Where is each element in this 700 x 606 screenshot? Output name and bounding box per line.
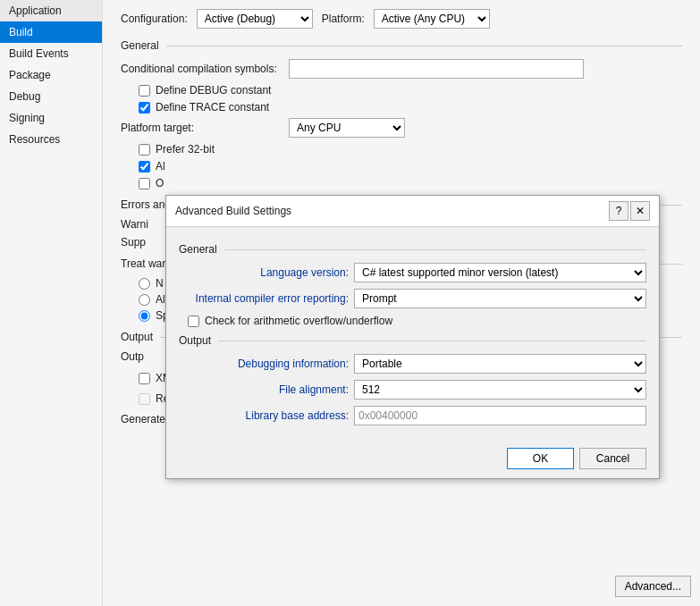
- prefer-32bit-row: Prefer 32-bit: [139, 143, 682, 156]
- conditional-symbols-input[interactable]: [289, 59, 584, 79]
- com-interop-checkbox[interactable]: [139, 393, 150, 405]
- platform-target-select[interactable]: Any CPU x86 x64: [289, 118, 405, 138]
- sidebar-item-application[interactable]: Application: [0, 0, 102, 21]
- optimize-checkbox[interactable]: [139, 178, 150, 189]
- advanced-button[interactable]: Advanced...: [615, 576, 691, 597]
- debugging-info-row: Debugging information: Portable Full Pdb…: [179, 354, 646, 374]
- sidebar-item-signing[interactable]: Signing: [0, 107, 102, 129]
- conditional-symbols-label: Conditional compilation symbols:: [121, 63, 282, 75]
- xml-doc-checkbox[interactable]: [139, 373, 150, 384]
- define-trace-row: Define TRACE constant: [139, 101, 682, 114]
- configuration-label: Configuration:: [121, 13, 188, 25]
- debugging-info-select[interactable]: Portable Full Pdb-only None: [354, 354, 646, 374]
- advanced-build-settings-modal: Advanced Build Settings ? ✕ General Lang…: [165, 195, 660, 479]
- sidebar-item-resources[interactable]: Resources: [0, 129, 102, 150]
- treat-warnings-none-radio[interactable]: [139, 278, 150, 290]
- modal-output-section-header: Output: [179, 334, 646, 347]
- platform-target-row: Platform target: Any CPU x86 x64: [121, 118, 682, 138]
- library-base-label: Library base address:: [179, 409, 349, 422]
- prefer-32bit-label: Prefer 32-bit: [156, 143, 215, 156]
- optimize-row: O: [139, 177, 407, 189]
- modal-content: General Language version: C# latest supp…: [166, 227, 659, 441]
- arithmetic-overflow-row: Check for arithmetic overflow/underflow: [188, 315, 646, 327]
- file-alignment-label: File alignment:: [179, 383, 349, 396]
- sidebar: Application Build Build Events Package D…: [0, 0, 103, 606]
- platform-select[interactable]: Active (Any CPU) Any CPU x86 x64: [374, 9, 490, 29]
- define-debug-checkbox[interactable]: [139, 85, 150, 97]
- allow-unsafe-row: Al: [139, 160, 407, 173]
- treat-warnings-all-label: Al: [156, 293, 165, 306]
- modal-general-section-header: General: [179, 243, 646, 256]
- modal-close-button[interactable]: ✕: [630, 201, 650, 221]
- sidebar-item-package[interactable]: Package: [0, 64, 102, 86]
- optimize-label: O: [156, 177, 164, 189]
- general-section-header: General: [121, 39, 682, 52]
- sidebar-item-build[interactable]: Build: [0, 21, 102, 43]
- allow-unsafe-label: Al: [156, 160, 165, 173]
- platform-target-label: Platform target:: [121, 122, 282, 134]
- prefer-32bit-checkbox[interactable]: [139, 144, 150, 156]
- configuration-select[interactable]: Active (Debug) Debug Release All Configu…: [197, 9, 313, 29]
- define-debug-row: Define DEBUG constant: [139, 84, 682, 97]
- treat-warnings-specific-radio[interactable]: [139, 310, 150, 322]
- sidebar-item-debug[interactable]: Debug: [0, 86, 102, 107]
- compiler-error-row: Internal compiler error reporting: Promp…: [179, 289, 646, 308]
- sidebar-item-build-events[interactable]: Build Events: [0, 43, 102, 64]
- modal-title: Advanced Build Settings: [175, 205, 291, 217]
- file-alignment-select[interactable]: 512 1024 2048 4096 8192: [354, 380, 646, 400]
- define-debug-label: Define DEBUG constant: [156, 84, 271, 97]
- language-version-row: Language version: C# latest supported mi…: [179, 263, 646, 282]
- modal-titlebar: Advanced Build Settings ? ✕: [166, 196, 659, 227]
- modal-ok-button[interactable]: OK: [507, 448, 574, 469]
- file-alignment-row: File alignment: 512 1024 2048 4096 8192: [179, 380, 646, 400]
- arithmetic-overflow-label: Check for arithmetic overflow/underflow: [205, 315, 392, 327]
- define-trace-checkbox[interactable]: [139, 102, 150, 114]
- modal-footer: OK Cancel: [166, 441, 659, 478]
- compiler-error-select[interactable]: Prompt Send None Queue: [354, 289, 646, 308]
- modal-cancel-button[interactable]: Cancel: [579, 448, 646, 469]
- arithmetic-overflow-checkbox[interactable]: [188, 316, 199, 327]
- language-version-select[interactable]: C# latest supported minor version (lates…: [354, 263, 646, 282]
- define-trace-label: Define TRACE constant: [156, 101, 269, 114]
- library-base-input[interactable]: [354, 406, 646, 425]
- treat-warnings-all-radio[interactable]: [139, 294, 150, 306]
- platform-label: Platform:: [322, 13, 365, 25]
- debugging-info-label: Debugging information:: [179, 358, 349, 370]
- modal-title-buttons: ? ✕: [609, 201, 650, 221]
- conditional-symbols-row: Conditional compilation symbols:: [121, 59, 682, 79]
- language-version-label: Language version:: [179, 266, 349, 279]
- compiler-error-label: Internal compiler error reporting:: [179, 292, 349, 305]
- toolbar: Configuration: Active (Debug) Debug Rele…: [121, 9, 682, 29]
- library-base-row: Library base address:: [179, 406, 646, 425]
- treat-warnings-none-label: N: [156, 277, 164, 290]
- allow-unsafe-checkbox[interactable]: [139, 161, 150, 173]
- modal-help-button[interactable]: ?: [609, 201, 628, 221]
